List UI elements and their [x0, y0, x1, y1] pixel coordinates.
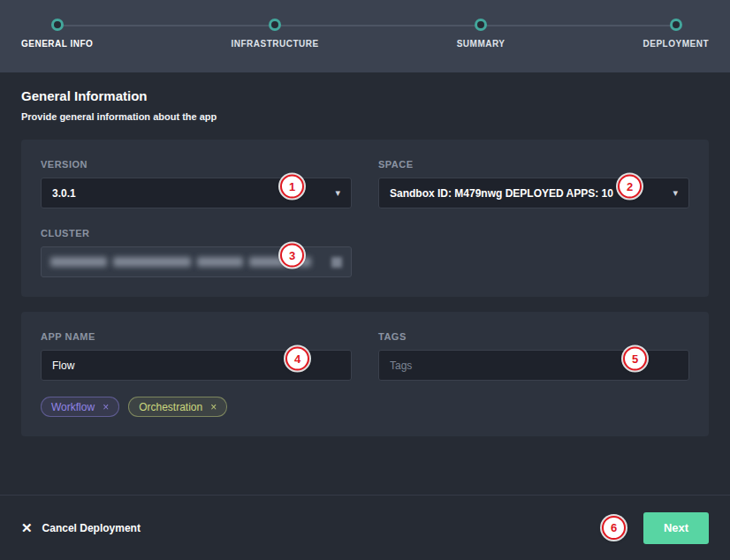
space-field: SPACE Sandbox ID: M479nwg DEPLOYED APPS:…: [378, 159, 689, 208]
step-general-info[interactable]: GENERAL INFO: [21, 19, 93, 49]
redacted-icon: [331, 257, 342, 268]
tags-label: TAGS: [378, 331, 689, 342]
step-dot-icon: [475, 19, 487, 31]
cluster-field: CLUSTER 3: [41, 228, 352, 277]
app-details-panel: APP NAME 4 TAGS 5 Workflow × Orchestrati…: [21, 312, 709, 436]
wizard-footer: ✕ Cancel Deployment 6 Next: [0, 495, 730, 560]
wizard-stepper: GENERAL INFO INFRASTRUCTURE SUMMARY DEPL…: [0, 0, 730, 72]
close-icon: ✕: [21, 520, 33, 536]
annotation-badge-4: 4: [285, 347, 309, 371]
page-subtitle: Provide general information about the ap…: [21, 111, 709, 122]
step-label: DEPLOYMENT: [643, 39, 709, 49]
chevron-down-icon: ▾: [673, 187, 678, 199]
tag-chips: Workflow × Orchestration ×: [41, 397, 352, 417]
annotation-badge-3: 3: [280, 244, 304, 268]
version-field: VERSION 3.0.1 ▾ 1: [41, 159, 352, 208]
cancel-label: Cancel Deployment: [42, 522, 141, 534]
step-deployment[interactable]: DEPLOYMENT: [643, 19, 709, 49]
tag-chip-label: Orchestration: [139, 401, 202, 413]
redacted-text-block: [113, 257, 191, 267]
chevron-down-icon: ▾: [335, 187, 340, 199]
step-dot-icon: [51, 19, 64, 31]
cluster-redacted-value[interactable]: [41, 246, 352, 277]
app-name-label: APP NAME: [41, 331, 352, 342]
tag-chip-label: Workflow: [51, 401, 95, 413]
annotation-badge-5: 5: [623, 347, 647, 371]
annotation-badge-1: 1: [280, 175, 304, 199]
step-label: INFRASTRUCTURE: [231, 39, 318, 49]
version-value: 3.0.1: [52, 187, 76, 200]
footer-actions: 6 Next: [602, 512, 709, 544]
next-button[interactable]: Next: [643, 512, 709, 544]
tags-field: TAGS 5: [378, 331, 689, 381]
step-label: GENERAL INFO: [21, 39, 93, 49]
grid-spacer: [378, 228, 689, 277]
tag-chip-workflow[interactable]: Workflow ×: [41, 397, 119, 417]
page-title: General Information: [21, 88, 709, 103]
step-infrastructure[interactable]: INFRASTRUCTURE: [231, 19, 318, 49]
version-select[interactable]: 3.0.1 ▾: [41, 178, 352, 208]
stepper-connector-line: [57, 25, 677, 26]
step-label: SUMMARY: [457, 39, 506, 49]
cancel-deployment-button[interactable]: ✕ Cancel Deployment: [21, 520, 141, 536]
app-name-field: APP NAME 4: [41, 331, 352, 381]
cluster-label: CLUSTER: [41, 228, 352, 238]
step-dot-icon: [269, 19, 281, 31]
space-select[interactable]: Sandbox ID: M479nwg DEPLOYED APPS: 10 ▾: [378, 178, 689, 208]
environment-panel: VERSION 3.0.1 ▾ 1 SPACE Sandbox ID: M479…: [21, 140, 709, 297]
deployment-wizard: GENERAL INFO INFRASTRUCTURE SUMMARY DEPL…: [0, 0, 730, 560]
chip-close-icon[interactable]: ×: [210, 401, 217, 413]
redacted-text-block: [197, 257, 243, 267]
space-label: SPACE: [378, 159, 689, 170]
annotation-badge-6: 6: [602, 516, 626, 540]
space-value: Sandbox ID: M479nwg DEPLOYED APPS: 10: [390, 187, 613, 200]
step-dot-icon: [670, 19, 682, 31]
step-summary[interactable]: SUMMARY: [457, 19, 506, 49]
redacted-text-block: [50, 257, 107, 267]
version-label: VERSION: [41, 159, 352, 170]
main-content: General Information Provide general info…: [0, 72, 730, 495]
annotation-badge-2: 2: [618, 175, 642, 199]
tag-chip-orchestration[interactable]: Orchestration ×: [128, 397, 227, 417]
chip-close-icon[interactable]: ×: [103, 401, 109, 413]
grid-spacer: [378, 400, 689, 417]
